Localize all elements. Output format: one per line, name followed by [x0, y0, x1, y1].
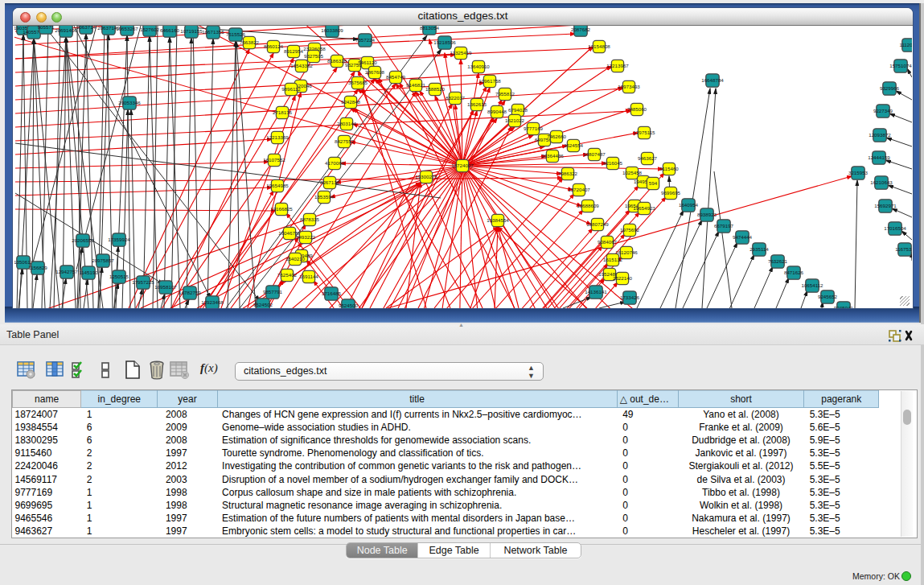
- svg-text:7357224: 7357224: [355, 37, 376, 43]
- svg-text:10973493: 10973493: [618, 84, 640, 89]
- svg-text:20206555: 20206555: [72, 237, 94, 243]
- svg-text:1640954: 1640954: [679, 202, 699, 208]
- svg-text:4170060: 4170060: [325, 160, 345, 166]
- svg-text:11325419: 11325419: [450, 50, 472, 56]
- svg-text:1250515: 1250515: [109, 274, 129, 279]
- svg-text:1353594: 1353594: [314, 194, 335, 200]
- svg-text:10688609: 10688609: [577, 203, 599, 208]
- svg-text:16671355: 16671355: [202, 29, 224, 35]
- svg-text:9524500: 9524500: [339, 303, 359, 308]
- svg-text:16120746: 16120746: [615, 249, 638, 255]
- svg-text:9245652: 9245652: [818, 294, 838, 299]
- svg-text:3716485: 3716485: [322, 290, 342, 296]
- svg-text:20975857: 20975857: [92, 257, 114, 263]
- svg-text:2522140: 2522140: [613, 275, 633, 281]
- svg-text:16107552: 16107552: [263, 157, 285, 163]
- svg-text:1588520: 1588520: [425, 86, 446, 92]
- svg-text:10154808: 10154808: [588, 43, 610, 49]
- svg-text:594: 594: [649, 180, 658, 186]
- svg-text:16033809: 16033809: [321, 27, 343, 33]
- svg-text:12975115: 12975115: [633, 130, 655, 135]
- svg-text:12942757: 12942757: [55, 269, 78, 274]
- svg-text:8471626: 8471626: [784, 270, 804, 275]
- svg-text:9146821: 9146821: [406, 82, 426, 88]
- svg-text:3624554: 3624554: [564, 142, 584, 148]
- svg-text:1733426: 1733426: [620, 295, 640, 300]
- svg-text:16543362: 16543362: [290, 63, 313, 68]
- svg-text:17359924: 17359924: [108, 237, 130, 242]
- svg-text:7986322: 7986322: [558, 171, 578, 176]
- svg-text:9242848: 9242848: [341, 99, 361, 105]
- svg-text:12444159: 12444159: [868, 154, 890, 160]
- svg-text:3675685: 3675685: [348, 80, 368, 85]
- svg-text:8990448: 8990448: [487, 109, 507, 114]
- svg-text:1540210: 1540210: [285, 256, 306, 262]
- svg-text:14136141: 14136141: [585, 289, 607, 295]
- svg-text:8322037: 8322037: [446, 95, 466, 101]
- svg-text:9115460: 9115460: [659, 166, 679, 171]
- svg-text:6679197: 6679197: [714, 223, 734, 229]
- svg-text:7515526: 7515526: [226, 31, 246, 37]
- svg-text:1350612: 1350612: [14, 259, 34, 265]
- svg-text:2935114: 2935114: [749, 246, 769, 252]
- svg-text:1527602: 1527602: [140, 27, 160, 32]
- svg-text:6216045: 6216045: [603, 160, 623, 166]
- svg-text:8267130: 8267130: [320, 179, 340, 185]
- svg-text:1112045: 1112045: [899, 42, 912, 47]
- svg-text:12213967: 12213967: [606, 63, 629, 68]
- svg-text:19166825: 19166825: [270, 206, 293, 212]
- svg-text:9777169: 9777169: [524, 126, 544, 131]
- svg-text:20053346: 20053346: [118, 100, 141, 105]
- svg-text:12093872: 12093872: [869, 132, 891, 138]
- svg-text:9857791: 9857791: [263, 289, 283, 295]
- svg-text:19384554: 19384554: [487, 217, 509, 223]
- svg-text:5461120: 5461120: [358, 60, 377, 65]
- svg-text:1362615: 1362615: [467, 101, 487, 107]
- svg-text:1615132: 1615132: [603, 257, 623, 262]
- svg-text:15751074: 15751074: [889, 63, 912, 68]
- svg-text:9699695: 9699695: [661, 190, 681, 196]
- svg-text:15720407: 15720407: [568, 187, 590, 192]
- svg-text:18807249: 18807249: [586, 221, 609, 227]
- svg-text:7485060: 7485060: [627, 106, 647, 112]
- svg-text:19218506: 19218506: [433, 39, 456, 45]
- svg-text:9084067: 9084067: [598, 239, 618, 245]
- svg-text:9245041: 9245041: [834, 305, 854, 308]
- svg-text:16648784: 16648784: [701, 77, 724, 83]
- svg-text:2087682: 2087682: [571, 27, 591, 32]
- svg-text:6466160: 6466160: [160, 27, 180, 33]
- svg-text:12923468: 12923468: [201, 299, 224, 305]
- svg-text:9524502: 9524502: [253, 302, 273, 307]
- svg-text:5493222: 5493222: [296, 234, 316, 240]
- svg-text:2063714: 2063714: [76, 26, 97, 30]
- svg-text:9463627: 9463627: [638, 155, 658, 161]
- svg-text:8186328: 8186328: [327, 58, 347, 64]
- svg-text:9329966: 9329966: [880, 85, 900, 91]
- svg-text:10961758: 10961758: [478, 78, 501, 84]
- svg-text:16782759: 16782759: [179, 290, 201, 295]
- svg-text:6794028: 6794028: [508, 107, 528, 113]
- svg-text:18724007: 18724007: [451, 163, 474, 168]
- svg-text:1025458: 1025458: [622, 170, 643, 175]
- svg-text:1167531: 1167531: [895, 246, 912, 252]
- svg-text:8813054: 8813054: [420, 26, 440, 31]
- svg-text:1145190: 1145190: [79, 270, 98, 275]
- svg-text:16210643: 16210643: [870, 179, 893, 185]
- svg-text:19654923: 19654923: [633, 205, 655, 211]
- svg-text:8912954: 8912954: [284, 48, 304, 54]
- svg-text:20691406: 20691406: [55, 27, 77, 33]
- svg-text:7663822: 7663822: [240, 39, 260, 45]
- svg-text:905571: 905571: [38, 26, 55, 30]
- svg-text:7632621: 7632621: [768, 258, 788, 264]
- svg-text:17957225: 17957225: [132, 279, 154, 285]
- svg-text:8427552: 8427552: [335, 138, 355, 144]
- svg-text:12213369: 12213369: [266, 134, 289, 140]
- svg-text:20364436: 20364436: [541, 153, 564, 159]
- svg-text:19654985: 19654985: [266, 183, 289, 188]
- svg-text:19300275: 19300275: [415, 174, 437, 179]
- svg-text:8878335: 8878335: [300, 216, 320, 222]
- svg-text:10654112: 10654112: [801, 282, 823, 288]
- svg-text:9896112: 9896112: [281, 86, 301, 92]
- svg-text:1156829: 1156829: [28, 265, 47, 270]
- svg-text:2718176: 2718176: [273, 109, 293, 115]
